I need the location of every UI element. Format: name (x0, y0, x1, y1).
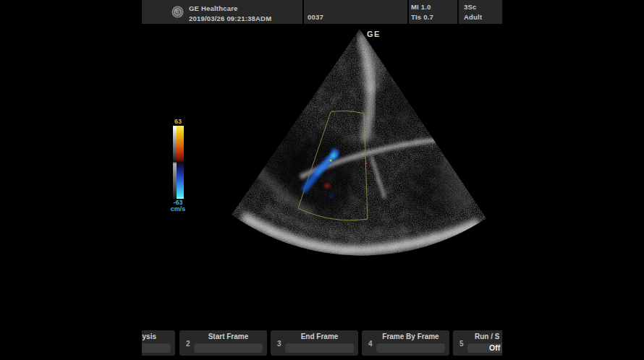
softkey-value (285, 343, 354, 353)
b-mode-sector (142, 0, 502, 360)
softkey-value: Off (467, 343, 502, 353)
softkey-end-frame[interactable]: 3 End Frame (271, 330, 358, 356)
softkey-frame-by-frame[interactable]: 4 Frame By Frame (362, 330, 449, 356)
softkey-label: Frame By Frame (375, 333, 446, 340)
softkey-number: 3 (277, 340, 281, 348)
softkey-number: 5 (459, 340, 464, 348)
softkey-label: Start Frame (192, 333, 264, 340)
softkey-start-frame[interactable]: 2 Start Frame (179, 330, 267, 356)
softkey-label: Run / S (475, 333, 499, 340)
ultrasound-image (142, 0, 502, 360)
doppler-colorbar: 63 -63 cm/s (169, 119, 187, 213)
colorbar-max-label: 63 (169, 119, 187, 125)
softkey-value (194, 343, 263, 353)
softkey-run-stop[interactable]: 5 Run / S Off (453, 330, 502, 356)
colorbar-gradient (173, 126, 184, 199)
softkey-number: 4 (368, 340, 373, 348)
softkey-label: lysis (142, 333, 156, 340)
softkey-number: 2 (186, 340, 190, 348)
velocity-color-bar (177, 126, 184, 199)
softkey-label: End Frame (284, 333, 355, 340)
ultrasound-screen: GE Healthcare 2019/03/26 09:21:38ADM 003… (0, 0, 644, 360)
softkey-bar: lysis 2 Start Frame 3 End Frame 4 Frame … (142, 330, 502, 356)
scanner-display-panel: GE Healthcare 2019/03/26 09:21:38ADM 003… (142, 0, 502, 360)
softkey-analysis[interactable]: lysis (142, 330, 175, 356)
vendor-watermark: GE (367, 30, 381, 38)
colorbar-unit-label: cm/s (169, 206, 187, 213)
softkey-value (376, 343, 445, 353)
softkey-value (142, 343, 171, 353)
